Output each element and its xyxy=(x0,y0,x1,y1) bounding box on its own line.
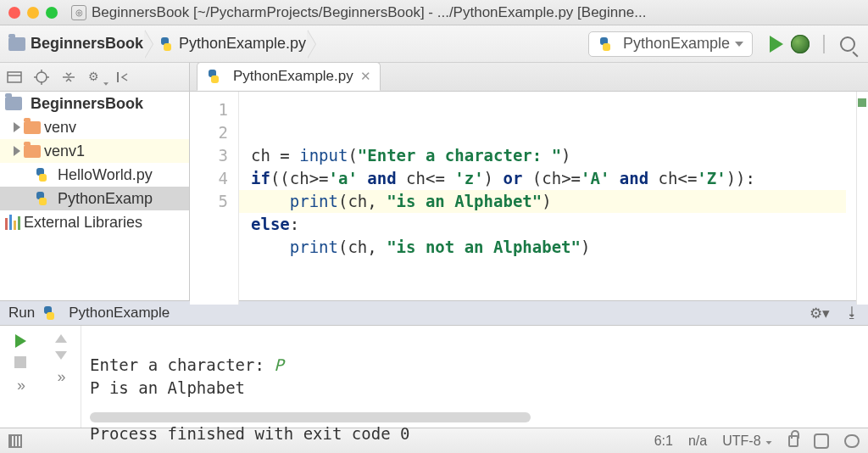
run-controls-col1: ›› xyxy=(0,326,41,428)
tree-item-label: HelloWorld.py xyxy=(58,166,153,184)
svg-point-2 xyxy=(36,72,47,82)
breadcrumb-separator-icon xyxy=(145,30,157,59)
folder-icon xyxy=(8,37,25,51)
project-view-icon[interactable] xyxy=(7,70,22,85)
breadcrumb-project[interactable]: BeginnersBook xyxy=(8,35,143,53)
target-icon[interactable] xyxy=(34,70,49,85)
run-config-selector[interactable]: PythonExample xyxy=(588,31,753,57)
run-controls-col2: ›› xyxy=(41,326,81,428)
arrow-down-icon xyxy=(55,351,67,360)
line-separator[interactable]: n/a xyxy=(688,433,707,449)
expand-arrow-icon[interactable] xyxy=(14,146,20,156)
close-window-icon[interactable] xyxy=(8,7,20,19)
inspection-ok-icon xyxy=(858,98,866,107)
run-panel: ›› ›› Enter a character: P P is an Alpha… xyxy=(0,326,868,428)
run-button[interactable] xyxy=(765,36,788,53)
file-encoding[interactable]: UTF-8 xyxy=(722,433,773,449)
line-number: 5 xyxy=(190,190,228,213)
navigation-bar: BeginnersBook PythonExample.py PythonExa… xyxy=(0,25,868,63)
breadcrumb-separator-icon xyxy=(308,30,320,59)
rerun-button[interactable] xyxy=(15,334,26,348)
download-icon[interactable]: ⭳ xyxy=(845,305,860,322)
folder-icon xyxy=(5,97,22,110)
hide-tool-icon[interactable] xyxy=(115,70,131,85)
editor-tab[interactable]: PythonExample.py ✕ xyxy=(197,62,381,91)
python-file-icon xyxy=(34,191,49,206)
line-number: 2 xyxy=(190,121,228,144)
settings-gear-icon[interactable]: ⚙ xyxy=(88,70,103,85)
tree-item-label: External Libraries xyxy=(24,214,142,232)
feedback-icon[interactable] xyxy=(844,434,860,448)
run-panel-title-name: PythonExample xyxy=(69,305,170,322)
stop-button[interactable] xyxy=(14,356,26,368)
scroll-up-button[interactable] xyxy=(55,334,67,343)
inspector-icon[interactable] xyxy=(814,433,829,449)
project-toolbar: ⚙ xyxy=(0,63,190,91)
search-icon xyxy=(840,36,855,52)
window-title: BeginnersBook [~/PycharmProjects/Beginne… xyxy=(92,4,868,21)
bug-icon xyxy=(791,35,810,53)
code-editor[interactable]: 1 2 3 4 5 ch = input("Enter a character:… xyxy=(190,92,868,300)
cursor-position: 6:1 xyxy=(654,433,673,449)
maximize-window-icon[interactable] xyxy=(46,7,58,19)
play-icon xyxy=(15,334,26,348)
project-tree[interactable]: BeginnersBook venv venv1 HelloWorld.py P… xyxy=(0,92,190,300)
stop-icon xyxy=(14,356,26,368)
editor-tab-bar: PythonExample.py ✕ xyxy=(190,63,868,91)
tree-item-label: venv1 xyxy=(44,143,85,160)
tree-folder[interactable]: venv xyxy=(0,115,189,139)
search-button[interactable] xyxy=(836,36,860,52)
tool-window-icon[interactable] xyxy=(8,434,22,448)
run-panel-title-prefix: Run xyxy=(8,305,35,322)
title-bar: ◎ BeginnersBook [~/PycharmProjects/Begin… xyxy=(0,0,868,25)
run-console[interactable]: Enter a character: P P is an Alphabet Pr… xyxy=(81,326,868,428)
close-tab-icon[interactable]: ✕ xyxy=(360,69,371,84)
collapse-icon[interactable] xyxy=(61,70,76,85)
breadcrumb-file-label: PythonExample.py xyxy=(179,35,306,53)
tree-item-label: PythonExamp xyxy=(58,190,153,208)
app-logo-icon: ◎ xyxy=(71,5,86,20)
horizontal-scrollbar[interactable] xyxy=(90,412,531,422)
line-number: 1 xyxy=(190,98,228,121)
debug-button[interactable] xyxy=(788,35,812,53)
minimize-window-icon[interactable] xyxy=(27,7,39,19)
play-icon xyxy=(770,36,783,53)
svg-rect-0 xyxy=(8,72,21,82)
line-number-gutter: 1 2 3 4 5 xyxy=(190,92,239,305)
scroll-down-button[interactable] xyxy=(55,351,67,360)
folder-icon xyxy=(24,145,41,158)
python-file-icon xyxy=(206,69,221,84)
arrow-up-icon xyxy=(55,334,67,343)
more-icon[interactable]: ›› xyxy=(58,368,64,386)
editor-tab-label: PythonExample.py xyxy=(233,68,353,85)
breadcrumb-file[interactable]: PythonExample.py xyxy=(159,35,306,53)
toolbar-divider xyxy=(812,35,836,53)
expand-arrow-icon[interactable] xyxy=(14,122,20,132)
libraries-icon xyxy=(5,215,20,230)
tree-folder[interactable]: venv1 xyxy=(0,139,189,163)
python-file-icon xyxy=(159,36,174,52)
tree-project-label: BeginnersBook xyxy=(31,95,143,113)
tree-file-selected[interactable]: PythonExamp xyxy=(0,187,189,210)
line-number: 3 xyxy=(190,144,228,167)
tree-file[interactable]: HelloWorld.py xyxy=(0,163,189,187)
code-content[interactable]: ch = input("Enter a character: ") if((ch… xyxy=(239,92,856,305)
tree-project-root[interactable]: BeginnersBook xyxy=(0,92,189,115)
run-settings-icon[interactable]: ⚙▾ xyxy=(810,305,830,322)
editor-right-gutter xyxy=(856,92,868,305)
more-icon[interactable]: ›› xyxy=(17,377,24,394)
line-number: 4 xyxy=(190,167,228,190)
folder-icon xyxy=(24,121,41,134)
tree-item-label: venv xyxy=(44,119,76,137)
tree-external-libraries[interactable]: External Libraries xyxy=(0,210,189,234)
python-file-icon xyxy=(34,167,49,182)
python-file-icon xyxy=(42,305,57,321)
readonly-lock-icon[interactable] xyxy=(788,435,798,447)
chevron-down-icon xyxy=(735,42,743,47)
python-file-icon xyxy=(598,36,613,52)
breadcrumb-project-label: BeginnersBook xyxy=(31,35,143,53)
run-config-label: PythonExample xyxy=(623,35,730,53)
